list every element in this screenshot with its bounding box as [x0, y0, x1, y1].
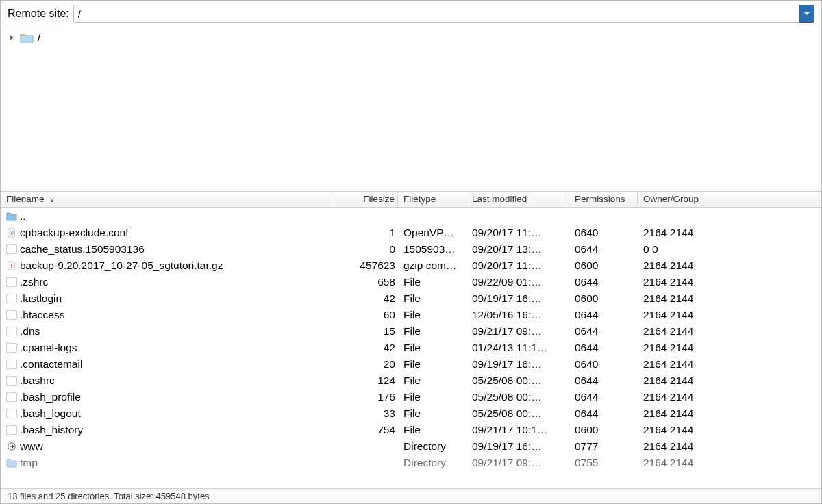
- file-icon: [6, 277, 17, 287]
- remote-path-input[interactable]: [73, 5, 801, 23]
- file-size: 754: [329, 424, 398, 436]
- file-icon: [6, 425, 17, 435]
- file-permissions: 0644: [569, 243, 638, 255]
- column-header-owner[interactable]: Owner/Group: [638, 192, 727, 207]
- file-type: gzip com…: [398, 260, 466, 272]
- file-row[interactable]: wwwDirectory09/19/17 16:…07772164 2144: [1, 438, 821, 455]
- file-owner: 2164 2144: [638, 309, 727, 321]
- file-modified: 09/20/17 11:…: [466, 227, 569, 239]
- file-row[interactable]: .cpanel-logs42File01/24/13 11:1…06442164…: [1, 340, 821, 356]
- file-row[interactable]: .bash_history754File09/21/17 10:1…060021…: [1, 422, 821, 438]
- file-type: Directory: [398, 457, 466, 469]
- archive-file-icon: [6, 260, 17, 271]
- config-file-icon: [6, 227, 17, 238]
- file-modified: 09/19/17 16:…: [466, 440, 569, 453]
- file-size: 20: [329, 358, 398, 370]
- file-size: 15: [329, 325, 398, 338]
- file-row[interactable]: ..: [1, 208, 821, 225]
- tree-root-label: /: [38, 32, 40, 44]
- file-modified: 01/24/13 11:1…: [466, 342, 569, 354]
- file-modified: 05/25/08 00:…: [466, 375, 569, 387]
- column-header-filesize[interactable]: Filesize: [329, 192, 398, 207]
- file-modified: 09/19/17 16:…: [466, 358, 569, 370]
- symlink-icon: [6, 441, 17, 452]
- file-modified: 05/25/08 00:…: [466, 407, 569, 420]
- file-row[interactable]: tmpDirectory09/21/17 09:…07552164 2144: [1, 455, 821, 471]
- file-name: cpbackup-exclude.conf: [20, 227, 129, 239]
- file-permissions: 0644: [569, 407, 638, 420]
- file-type: File: [398, 391, 466, 403]
- file-row[interactable]: .lastlogin42File09/19/17 16:…06002164 21…: [1, 290, 821, 307]
- file-name-cell: .bash_history: [1, 424, 329, 436]
- file-name-cell: .htaccess: [1, 309, 329, 321]
- file-name-cell: .lastlogin: [1, 292, 329, 305]
- file-row[interactable]: backup-9.20.2017_10-27-05_sgtutori.tar.g…: [1, 257, 821, 274]
- file-type: Directory: [398, 440, 466, 453]
- file-name: cache_status.1505903136: [20, 243, 145, 255]
- file-size: 60: [329, 309, 398, 321]
- file-size: 176: [329, 391, 398, 403]
- parent-folder-icon: [6, 211, 17, 222]
- file-icon: [6, 244, 17, 254]
- file-permissions: 0644: [569, 375, 638, 387]
- file-modified: 05/25/08 00:…: [466, 391, 569, 403]
- file-row[interactable]: .dns15File09/21/17 09:…06442164 2144: [1, 323, 821, 340]
- file-name-cell: ..: [1, 210, 329, 223]
- file-row[interactable]: .bashrc124File05/25/08 00:…06442164 2144: [1, 373, 821, 389]
- file-permissions: 0644: [569, 342, 638, 354]
- remote-path-dropdown-button[interactable]: [799, 5, 814, 23]
- file-modified: 09/22/09 01:…: [466, 276, 569, 288]
- remote-site-bar: Remote site:: [1, 1, 821, 27]
- file-icon: [6, 360, 17, 369]
- file-row[interactable]: .bash_logout33File05/25/08 00:…06442164 …: [1, 405, 821, 422]
- file-modified: 09/20/17 13:…: [466, 243, 569, 255]
- file-row[interactable]: .bash_profile176File05/25/08 00:…0644216…: [1, 389, 821, 405]
- disclosure-triangle-icon[interactable]: [8, 34, 16, 42]
- file-name: .bash_profile: [20, 391, 81, 403]
- column-header-permissions[interactable]: Permissions: [569, 192, 638, 207]
- file-row[interactable]: .htaccess60File12/05/16 16:…06442164 214…: [1, 307, 821, 323]
- file-name-cell: .bashrc: [1, 375, 329, 387]
- file-name: .contactemail: [20, 358, 82, 370]
- file-owner: 2164 2144: [638, 358, 727, 370]
- file-name-cell: tmp: [1, 457, 329, 469]
- directory-tree[interactable]: /: [1, 27, 821, 192]
- file-row[interactable]: cpbackup-exclude.conf1OpenVPN…09/20/17 1…: [1, 225, 821, 241]
- file-name: .bash_logout: [20, 407, 81, 420]
- file-type: File: [398, 342, 466, 354]
- file-name: tmp: [20, 457, 38, 469]
- file-owner: 2164 2144: [638, 260, 727, 272]
- file-list-body[interactable]: ..cpbackup-exclude.conf1OpenVPN…09/20/17…: [1, 208, 821, 488]
- file-icon: [6, 376, 17, 386]
- file-type: File: [398, 325, 466, 338]
- file-icon: [6, 392, 17, 402]
- file-modified: 12/05/16 16:…: [466, 309, 569, 321]
- remote-path-combo: [73, 5, 814, 23]
- file-size: 42: [329, 292, 398, 305]
- file-size: 42: [329, 342, 398, 354]
- file-name: .bash_history: [20, 424, 83, 436]
- file-name-cell: .dns: [1, 325, 329, 338]
- file-size: 457623: [329, 260, 398, 272]
- file-row[interactable]: cache_status.1505903136015059031…09/20/1…: [1, 241, 821, 257]
- file-row[interactable]: .contactemail20File09/19/17 16:…06402164…: [1, 356, 821, 373]
- file-owner: 2164 2144: [638, 342, 727, 354]
- file-permissions: 0600: [569, 424, 638, 436]
- file-name-cell: .bash_profile: [1, 391, 329, 403]
- column-header-filetype[interactable]: Filetype: [398, 192, 466, 207]
- file-size: 1: [329, 227, 398, 239]
- file-row[interactable]: .zshrc658File09/22/09 01:…06442164 2144: [1, 274, 821, 290]
- file-name: .lastlogin: [20, 292, 62, 305]
- column-header-modified[interactable]: Last modified: [466, 192, 569, 207]
- file-name: .cpanel-logs: [20, 342, 77, 354]
- tree-root-item[interactable]: /: [8, 32, 814, 44]
- file-type: File: [398, 375, 466, 387]
- file-permissions: 0644: [569, 325, 638, 338]
- file-icon: [6, 310, 17, 320]
- file-permissions: 0600: [569, 260, 638, 272]
- file-permissions: 0644: [569, 276, 638, 288]
- file-owner: 2164 2144: [638, 292, 727, 305]
- remote-site-label: Remote site:: [8, 8, 69, 20]
- file-permissions: 0777: [569, 440, 638, 453]
- column-header-filename[interactable]: Filename ∨: [1, 192, 329, 207]
